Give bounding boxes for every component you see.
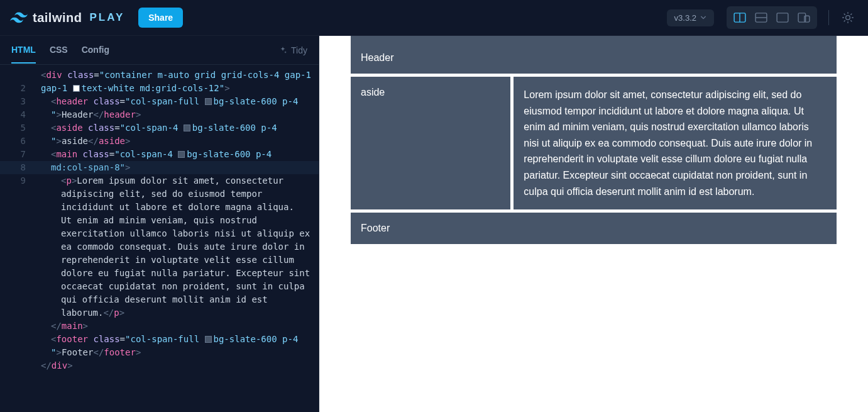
version-label: v3.3.2 — [674, 13, 696, 23]
line-number: 4 — [0, 108, 26, 121]
tidy-label: Tidy — [291, 45, 307, 55]
svg-line-12 — [844, 14, 845, 14]
chevron-down-icon — [700, 14, 706, 21]
layout-responsive-button[interactable] — [793, 9, 815, 26]
tab-config[interactable]: Config — [82, 37, 109, 64]
editor-tabs: HTML CSS Config Tidy — [0, 36, 319, 65]
preview-header: Header — [351, 36, 837, 74]
layout-switcher — [727, 6, 817, 29]
code-editor[interactable]: 2 3 4 5 6 7 8 9 <div class="container m-… — [0, 65, 319, 412]
preview-main: Lorem ipsum dolor sit amet, consectetur … — [514, 77, 837, 209]
line-number: 3 — [0, 95, 26, 108]
tab-html[interactable]: HTML — [11, 37, 36, 64]
svg-line-13 — [851, 21, 852, 21]
tidy-button[interactable]: Tidy — [278, 45, 307, 55]
svg-rect-4 — [777, 13, 788, 22]
preview-panel: Header aside Lorem ipsum dolor sit amet,… — [319, 36, 868, 412]
line-number: 8 — [0, 161, 26, 174]
line-number: 9 — [0, 174, 26, 187]
logo: tailwind PLAY — [10, 11, 124, 25]
svg-line-14 — [844, 21, 845, 21]
line-number: 7 — [0, 148, 26, 161]
tailwind-logo-icon — [10, 12, 28, 23]
editor-panel: HTML CSS Config Tidy 2 3 — [0, 36, 319, 412]
layout-preview-only-button[interactable] — [772, 9, 793, 26]
preview-aside: aside — [351, 77, 510, 209]
layout-split-horizontal-button[interactable] — [750, 9, 772, 26]
tab-css[interactable]: CSS — [50, 37, 68, 64]
line-number — [0, 69, 26, 82]
line-gutter: 2 3 4 5 6 7 8 9 — [0, 65, 35, 372]
brand-name: tailwind — [33, 11, 82, 25]
svg-point-7 — [846, 16, 850, 20]
svg-line-15 — [851, 14, 852, 14]
brand-sub: PLAY — [89, 11, 124, 24]
divider — [828, 10, 829, 25]
layout-split-vertical-button[interactable] — [729, 9, 750, 26]
preview-footer: Footer — [351, 213, 837, 244]
theme-toggle-button[interactable] — [838, 8, 858, 28]
version-select[interactable]: v3.3.2 — [667, 9, 714, 26]
line-number: 5 — [0, 121, 26, 135]
line-number: 6 — [0, 135, 26, 148]
line-number: 2 — [0, 82, 26, 95]
preview-grid: Header aside Lorem ipsum dolor sit amet,… — [351, 36, 837, 244]
code-lines: <div class="container m-auto grid grid-c… — [35, 65, 319, 372]
sparkle-icon — [278, 46, 287, 55]
top-bar: tailwind PLAY Share v3.3.2 — [0, 0, 868, 36]
share-button[interactable]: Share — [138, 8, 183, 28]
